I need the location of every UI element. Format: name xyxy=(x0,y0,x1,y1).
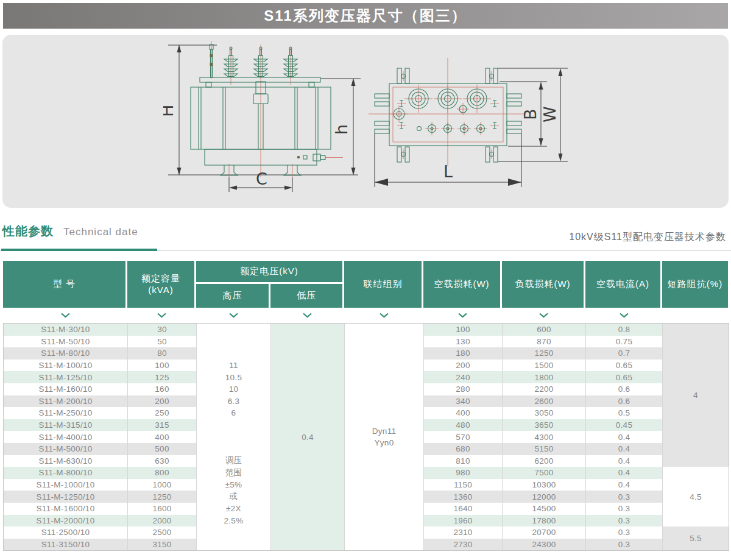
section-title-en: Technical date xyxy=(63,226,138,238)
no-load-current-cell: 0.45 xyxy=(586,419,663,431)
no-load-current-cell: 0.3 xyxy=(586,526,663,539)
no-load-current-cell: 0.3 xyxy=(586,503,663,515)
capacity-cell: 800 xyxy=(128,467,197,479)
capacity-cell: 1600 xyxy=(128,503,197,515)
col-header-rated-voltage: 额定电压(kV) xyxy=(196,261,344,284)
load-loss-cell: 2200 xyxy=(503,383,586,395)
load-loss-cell: 4300 xyxy=(503,431,586,443)
load-loss-cell: 3050 xyxy=(503,407,586,419)
capacity-cell: 250 xyxy=(128,407,197,419)
col-header-impedance: 短路阻抗(%) xyxy=(662,261,728,308)
no-load-loss-cell: 2730 xyxy=(424,539,503,551)
no-load-current-cell: 0.6 xyxy=(586,395,663,408)
model-cell: S11-M-630/10 xyxy=(4,455,128,467)
no-load-loss-cell: 480 xyxy=(424,419,503,431)
load-loss-cell: 20700 xyxy=(503,526,586,539)
model-cell: S11-M-315/10 xyxy=(4,419,128,431)
no-load-current-cell: 0.65 xyxy=(586,360,663,372)
col-header-no-load-current: 空载电流(A) xyxy=(585,261,662,308)
no-load-loss-cell: 810 xyxy=(424,455,503,467)
connection-value: Yyn0 xyxy=(375,437,394,449)
hv-cell: 10 xyxy=(197,383,271,395)
no-load-current-cell: 0.4 xyxy=(586,431,663,443)
hv-cell: 调压 xyxy=(197,455,271,467)
capacity-cell: 125 xyxy=(128,371,197,383)
no-load-loss-cell: 2310 xyxy=(424,526,503,539)
model-cell: S11-M-800/10 xyxy=(4,467,128,479)
chevron-down-icon xyxy=(270,308,344,323)
no-load-loss-cell: 980 xyxy=(424,467,503,479)
dimension-arrows xyxy=(375,68,563,186)
dimension-label-W: W xyxy=(540,106,559,122)
hv-cell: 2.5% xyxy=(197,515,271,527)
load-loss-cell: 3650 xyxy=(503,419,586,431)
no-load-loss-cell: 400 xyxy=(424,407,503,419)
load-loss-cell: 12000 xyxy=(503,491,586,503)
no-load-current-cell: 0.4 xyxy=(586,455,663,467)
model-cell: S11-M-160/10 xyxy=(4,383,128,395)
no-load-loss-cell: 280 xyxy=(424,383,503,395)
hv-cell xyxy=(197,443,271,455)
no-load-loss-cell: 1960 xyxy=(424,515,503,527)
no-load-loss-cell: 200 xyxy=(424,360,503,372)
hv-cell xyxy=(197,324,271,336)
hv-cell: 或 xyxy=(197,491,271,503)
load-loss-cell: 24300 xyxy=(503,539,586,551)
table-header: 型 号 额定容量 (kVA) 额定电压(kV) 高压 低压 联结组别 空载损耗(… xyxy=(3,261,728,308)
model-cell: S11-M-80/10 xyxy=(4,347,128,360)
hv-cell xyxy=(197,539,271,551)
model-cell: S11-3150/10 xyxy=(4,539,128,551)
load-loss-cell: 10300 xyxy=(503,479,586,491)
hv-cell xyxy=(197,347,271,360)
capacity-cell: 630 xyxy=(128,455,197,467)
model-cell: S11-M-1000/10 xyxy=(4,479,128,491)
hv-cell: 11 xyxy=(197,360,271,372)
col-header-load-loss: 负载损耗(W) xyxy=(502,261,585,308)
model-cell: S11-M-30/10 xyxy=(4,324,128,336)
model-cell: S11-M-200/10 xyxy=(4,395,128,408)
chevron-down-icon xyxy=(3,308,127,323)
no-load-loss-cell: 1640 xyxy=(424,503,503,515)
load-loss-cell: 870 xyxy=(503,336,586,348)
impedance-merged-cell: 4.5 xyxy=(663,467,729,526)
dimension-arrows xyxy=(177,44,356,190)
no-load-current-cell: 0.3 xyxy=(586,539,663,551)
hv-cell xyxy=(197,336,271,348)
dimension-label-C: C xyxy=(256,169,267,188)
chevron-down-icon xyxy=(502,308,585,323)
no-load-current-cell: 0.7 xyxy=(586,347,663,360)
section-right-note: 10kV级S11型配电变压器技术参数 xyxy=(569,231,726,244)
load-loss-cell: 1500 xyxy=(503,360,586,372)
no-load-loss-cell: 130 xyxy=(424,336,503,348)
filter-row xyxy=(3,308,728,323)
hv-cell: 范围 xyxy=(197,467,271,479)
col-header-no-load-loss: 空载损耗(W) xyxy=(423,261,502,308)
no-load-current-cell: 0.6 xyxy=(586,383,663,395)
chevron-down-icon xyxy=(423,308,502,323)
dimension-label-h: h xyxy=(332,124,351,135)
no-load-current-cell: 0.4 xyxy=(586,443,663,455)
load-loss-cell: 1250 xyxy=(503,347,586,360)
model-cell: S11-M-1250/10 xyxy=(4,491,128,503)
table-body: S11-M-30/10301006000.8S11-M-50/105013087… xyxy=(3,323,729,551)
transformer-top-view-drawing: B W L xyxy=(367,36,610,207)
capacity-cell: 100 xyxy=(128,360,197,372)
model-cell: S11-M-400/10 xyxy=(4,431,128,443)
no-load-current-cell: 0.3 xyxy=(586,515,663,527)
no-load-loss-cell: 180 xyxy=(424,347,503,360)
load-loss-cell: 14500 xyxy=(503,503,586,515)
col-header-lv: 低压 xyxy=(270,284,344,308)
load-loss-cell: 2600 xyxy=(503,395,586,408)
model-cell: S11-M-50/10 xyxy=(4,336,128,348)
capacity-cell: 2500 xyxy=(128,526,197,539)
hv-cell: ±2X xyxy=(197,503,271,515)
col-header-capacity: 额定容量 (kVA) xyxy=(127,261,196,308)
capacity-cell: 1000 xyxy=(128,479,197,491)
load-loss-cell: 1800 xyxy=(503,371,586,383)
hv-cell xyxy=(197,431,271,443)
capacity-cell: 1250 xyxy=(128,491,197,503)
lv-merged-cell: 0.4 xyxy=(271,324,345,550)
transformer-front-view-drawing: H h C xyxy=(163,36,367,207)
connection-merged-cell: Dyn11Yyn0 xyxy=(345,324,424,550)
capacity-cell: 400 xyxy=(128,431,197,443)
